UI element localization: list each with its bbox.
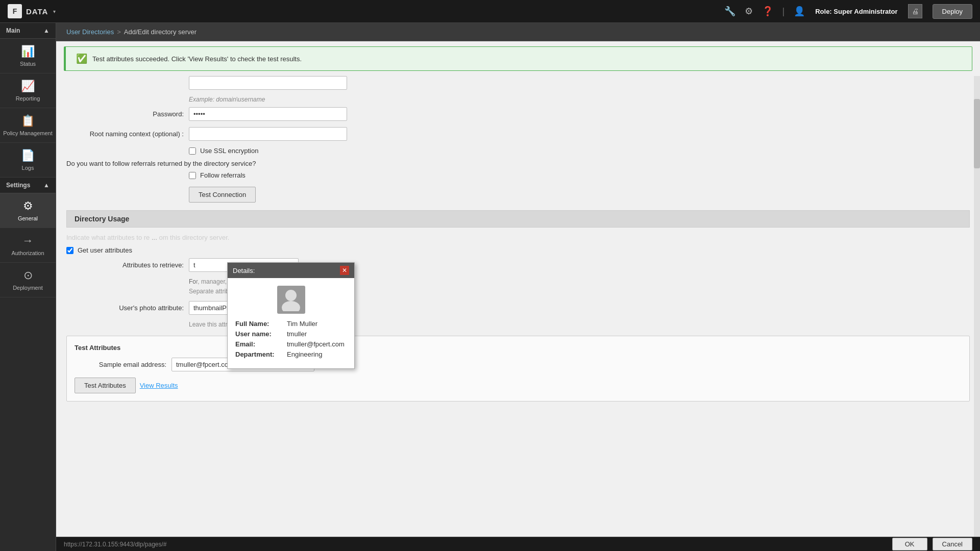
follow-referrals-checkbox[interactable] xyxy=(189,172,196,179)
user-icon[interactable]: 👤 xyxy=(794,6,805,17)
test-attrs-actions: Test Attributes View Results xyxy=(75,378,962,393)
sidebar-item-label-status: Status xyxy=(20,61,36,67)
logs-icon: 📄 xyxy=(21,149,35,162)
popup-username-row: User name: tmuller xyxy=(235,330,347,338)
top-bar: F DATA ▾ 🔧 ⚙ ❓ | 👤 Role: Super Administr… xyxy=(0,0,980,23)
top-bar-left: F DATA ▾ xyxy=(8,4,56,18)
sidebar: Main ▲ 📊 Status 📈 Reporting 📋 Policy Man… xyxy=(0,23,56,551)
scrollbar-thumb[interactable] xyxy=(974,99,980,168)
general-icon: ⚙ xyxy=(23,199,33,213)
password-row: Password: xyxy=(66,107,970,121)
password-label: Password: xyxy=(66,110,184,118)
status-icon: 📊 xyxy=(21,45,35,58)
fullname-value: Tim Muller xyxy=(287,320,317,328)
cancel-button[interactable]: Cancel xyxy=(933,538,972,550)
get-user-attrs-label: Get user attributes xyxy=(78,246,132,254)
fullname-label: Full Name: xyxy=(235,320,284,328)
photo-attr-label: User's photo attribute: xyxy=(66,304,184,312)
ssl-label: Use SSL encryption xyxy=(200,147,258,155)
sidebar-item-label-auth: Authorization xyxy=(11,250,44,256)
settings-label: Settings xyxy=(6,182,30,189)
main-content: Example: domain\username Password: Root … xyxy=(56,76,980,412)
username-input[interactable] xyxy=(189,76,347,90)
print-icon[interactable]: 🖨 xyxy=(908,4,922,18)
directory-usage-desc: Indicate what attributes to re ... om th… xyxy=(66,234,970,241)
test-connection-area: Test Connection xyxy=(66,187,970,203)
form-area: Example: domain\username Password: Root … xyxy=(56,76,980,412)
attrs-retrieve-row: Attributes to retrieve: ent xyxy=(66,258,970,272)
main-label: Main xyxy=(6,27,20,34)
sidebar-main-header[interactable]: Main ▲ xyxy=(0,23,56,39)
sidebar-item-label-reporting: Reporting xyxy=(16,95,40,102)
help-icon[interactable]: ❓ xyxy=(762,6,773,17)
sidebar-item-status[interactable]: 📊 Status xyxy=(0,39,56,73)
popup-title: Details: xyxy=(233,267,255,274)
app-logo: F xyxy=(8,4,22,18)
popup-department-value: Engineering xyxy=(287,350,322,358)
svg-point-0 xyxy=(285,290,297,301)
get-user-attrs-checkbox[interactable] xyxy=(66,247,74,254)
popup-close-button[interactable]: ✕ xyxy=(340,266,349,275)
sidebar-item-deployment[interactable]: ⊙ Deployment xyxy=(0,263,56,297)
popup-department-row: Department: Engineering xyxy=(235,350,347,358)
breadcrumb-current: Add/Edit directory server xyxy=(124,28,197,36)
collapse-settings-icon: ▲ xyxy=(43,182,50,189)
scrollbar-track xyxy=(974,76,980,537)
attrs-retrieve-label: Attributes to retrieve: xyxy=(66,261,184,269)
referrals-question: Do you want to follow referrals returned… xyxy=(66,160,970,167)
status-url: https://172.31.0.155:9443/dlp/pages/# xyxy=(64,541,167,548)
divider: | xyxy=(782,6,785,17)
sidebar-settings-header[interactable]: Settings ▲ xyxy=(0,178,56,193)
sample-email-label: Sample email address: xyxy=(75,361,166,368)
fullname-row: Full Name: Tim Muller xyxy=(235,320,347,328)
root-naming-input[interactable] xyxy=(189,127,347,141)
follow-referrals-label: Follow referrals xyxy=(200,171,246,179)
sidebar-item-authorization[interactable]: → Authorization xyxy=(0,228,56,263)
wrench-icon[interactable]: 🔧 xyxy=(724,6,736,17)
follow-referrals-row: Follow referrals xyxy=(189,171,970,179)
sidebar-item-general[interactable]: ⚙ General xyxy=(0,193,56,228)
main-layout: Main ▲ 📊 Status 📈 Reporting 📋 Policy Man… xyxy=(0,23,980,551)
dropdown-arrow-icon[interactable]: ▾ xyxy=(53,9,56,14)
sample-email-row: Sample email address: ℹ xyxy=(75,358,962,371)
test-attributes-button[interactable]: Test Attributes xyxy=(75,378,136,393)
popup-email-label: Email: xyxy=(235,340,284,348)
password-input[interactable] xyxy=(189,107,347,121)
bottom-bar: https://172.31.0.155:9443/dlp/pages/# OK… xyxy=(56,537,980,551)
sidebar-item-label-deployment: Deployment xyxy=(13,285,43,291)
reporting-icon: 📈 xyxy=(21,80,35,93)
sidebar-item-policy[interactable]: 📋 Policy Management xyxy=(0,108,56,143)
gear-icon[interactable]: ⚙ xyxy=(745,6,753,17)
popup-department-label: Department: xyxy=(235,350,284,358)
breadcrumb: User Directories > Add/Edit directory se… xyxy=(56,23,980,41)
sidebar-item-label-policy: Policy Management xyxy=(3,130,53,136)
root-naming-label: Root naming context (optional) : xyxy=(66,130,184,138)
svg-point-1 xyxy=(282,301,300,311)
role-text: Role: Super Administrator xyxy=(815,8,897,15)
success-message: Test attributes succeeded. Click 'View R… xyxy=(92,55,302,63)
ssl-row: Use SSL encryption xyxy=(189,147,970,155)
sidebar-item-logs[interactable]: 📄 Logs xyxy=(0,143,56,178)
ok-button[interactable]: OK xyxy=(892,538,927,550)
ssl-checkbox[interactable] xyxy=(189,147,196,155)
breadcrumb-parent[interactable]: User Directories xyxy=(66,28,114,36)
view-results-link[interactable]: View Results xyxy=(140,382,178,389)
popup-header: Details: ✕ xyxy=(228,263,354,278)
sidebar-item-label-logs: Logs xyxy=(22,165,34,171)
top-bar-icons: 🔧 ⚙ ❓ | 👤 xyxy=(724,6,805,17)
user-avatar xyxy=(277,286,305,314)
authorization-icon: → xyxy=(22,234,34,247)
popup-body: Full Name: Tim Muller User name: tmuller… xyxy=(228,278,354,368)
username-row xyxy=(66,76,970,90)
popup-email-row: Email: tmuller@fpcert.com xyxy=(235,340,347,348)
root-naming-row: Root naming context (optional) : xyxy=(66,127,970,141)
bottom-buttons: OK Cancel xyxy=(892,538,972,550)
test-attributes-title: Test Attributes xyxy=(75,344,962,352)
photo-attr-row: User's photo attribute: xyxy=(66,301,970,315)
deploy-button[interactable]: Deploy xyxy=(933,4,972,19)
username-example: Example: domain\username xyxy=(189,96,970,103)
sidebar-item-reporting[interactable]: 📈 Reporting xyxy=(0,73,56,108)
breadcrumb-separator: > xyxy=(117,28,121,36)
directory-usage-title: Directory Usage xyxy=(66,210,970,228)
test-connection-button[interactable]: Test Connection xyxy=(189,187,256,203)
